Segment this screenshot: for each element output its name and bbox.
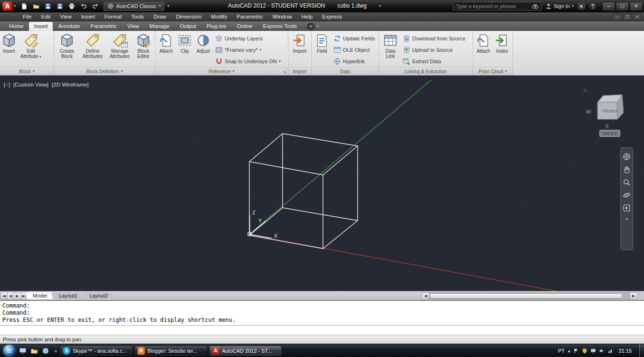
tab-manage[interactable]: Manage [144,22,175,31]
command-input-line[interactable] [0,325,644,334]
new-button[interactable] [19,1,29,11]
menu-insert[interactable]: Insert [76,12,100,21]
tab-layout1[interactable]: Layout1 [53,292,84,299]
panel-title-block-definition[interactable]: Block Definition ▾ [54,67,155,75]
panel-title-data[interactable]: Data [312,67,379,75]
taskbar-button-skype[interactable]: S Skype™ - ana.sofia.c... [60,346,133,356]
search-input[interactable] [456,3,530,9]
exchange-apps-icon[interactable] [578,2,585,10]
workspace-switcher[interactable]: AutoCAD Classic ▾ [104,2,164,11]
doc-minimize-button[interactable]: – [613,13,622,20]
model-space-canvas[interactable]: Z Y X [0,76,644,291]
index-point-cloud-button[interactable]: Index [493,32,511,67]
tab-model[interactable]: Model [27,292,53,299]
field-button[interactable]: Field [313,32,331,67]
upload-to-source-button[interactable]: Upload to Source [401,44,467,56]
panel-title-point-cloud[interactable]: Point Cloud ▾ [473,67,512,75]
menu-file[interactable]: File [18,12,37,21]
wcs-dropdown[interactable]: WCS ▾ [599,130,620,137]
taskbar-button-blogger[interactable]: B Blogger: Sessão ter... [134,346,207,356]
show-desktop-button[interactable] [639,344,644,357]
menu-window[interactable]: Window [268,12,297,21]
frames-dropdown[interactable]: *Frames vary* ▾ [213,44,283,56]
display-icon[interactable] [590,348,596,354]
redo-button[interactable] [90,1,101,11]
tab-home[interactable]: Home [4,22,29,31]
tab-annotate[interactable]: Annotate [53,22,85,31]
binoculars-search-icon[interactable] [532,3,539,10]
scrollbar-track[interactable] [429,292,630,299]
update-fields-button[interactable]: Update Fields [331,33,377,44]
undo-button[interactable] [78,1,89,11]
navbar-menu-chevron-icon[interactable]: ▾ [625,217,627,221]
showmotion-icon[interactable] [623,204,631,212]
menu-tools[interactable]: Tools [126,12,149,21]
viewcube-south-label[interactable]: S [605,123,608,129]
maximize-button[interactable]: □ [616,2,629,11]
action-center-flag-icon[interactable] [573,348,579,354]
menu-dimension[interactable]: Dimension [171,12,206,21]
tab-output[interactable]: Output [174,22,201,31]
menu-edit[interactable]: Edit [37,12,56,21]
scroll-right-button[interactable]: ▶ [630,292,637,299]
edit-attribute-button[interactable]: Edit Attribute ▾ [17,32,45,67]
drawing-viewport[interactable]: Z Y X [−] [Custom View] [2D Wireframe] ⌂… [0,76,644,291]
tab-plugins[interactable]: Plug-ins [201,22,232,31]
doc-restore-button[interactable]: □ [623,13,632,20]
define-attributes-button[interactable]: Define Attributes [79,32,106,67]
download-from-source-button[interactable]: Download from Source [401,33,467,44]
save-as-button[interactable] [55,1,65,11]
tab-layout2[interactable]: Layout2 [84,292,114,299]
panel-title-linking-extraction[interactable]: Linking & Extraction [379,67,473,75]
show-hidden-icons-chevron-icon[interactable]: ▴ [568,348,570,353]
panel-title-block[interactable]: Block ▾ [0,67,54,75]
tab-parametric[interactable]: Parametric [85,22,123,31]
panel-title-import[interactable]: Import [288,67,311,75]
horizontal-scrollbar[interactable]: ◀ ▶ [422,292,644,300]
viewport-view-control[interactable]: [Custom View] [13,82,48,87]
snap-to-underlays-dropdown[interactable]: Snap to Underlays ON ▾ [213,56,283,67]
create-block-button[interactable]: Create Block [55,32,79,67]
viewport-minimize-control[interactable]: [−] [4,82,10,87]
ole-object-button[interactable]: OLE Object [331,44,377,56]
menu-modify[interactable]: Modify [206,12,232,21]
plot-button[interactable] [66,1,77,11]
tab-express-tools[interactable]: Express Tools [258,22,302,31]
start-button[interactable]: ⊞ [3,345,15,357]
attach-point-cloud-button[interactable]: Attach [474,32,493,67]
tab-online[interactable]: Online [231,22,257,31]
toolbar-overflow-chevron-icon[interactable]: » [54,348,57,354]
pinned-browser-icon[interactable] [42,347,49,355]
application-menu-button[interactable]: A ▾ [0,1,18,11]
language-indicator[interactable]: PT [558,348,565,354]
viewcube[interactable]: ⌂ FRONT W S [585,90,631,131]
next-tab-button[interactable]: ▶ [14,292,21,299]
adjust-button[interactable]: Adjust [193,32,213,67]
panel-title-reference[interactable]: Reference ▾ ↘ [155,67,288,75]
dialog-launcher-icon[interactable]: ↘ [283,69,286,74]
volume-icon[interactable] [599,348,605,354]
viewport-visual-style-control[interactable]: [2D Wireframe] [52,82,88,87]
data-link-button[interactable]: Data Link [380,32,401,67]
taskbar-button-autocad[interactable]: A AutoCAD 2012 - ST... [209,346,282,356]
zoom-icon[interactable] [623,178,631,186]
menu-draw[interactable]: Draw [149,12,171,21]
scrollbar-thumb[interactable] [430,293,622,299]
cube-wireframe[interactable] [249,134,358,249]
tab-insert[interactable]: Insert [29,22,53,31]
orbit-icon[interactable] [623,191,631,199]
ribbon-minimize-button[interactable]: ▾ [307,23,315,30]
viewcube-front-face[interactable]: FRONT [603,109,618,114]
first-tab-button[interactable]: |◀ [0,292,8,299]
open-button[interactable] [31,1,41,11]
minimize-button[interactable]: – [602,2,615,11]
viewcube-west-label[interactable]: W [586,109,591,115]
menu-help[interactable]: Help [297,12,318,21]
taskbar-clock[interactable]: 21:15 [616,348,636,354]
save-button[interactable] [43,1,53,11]
pan-hand-icon[interactable] [623,165,631,174]
tab-view[interactable]: View [122,22,144,31]
sign-in-button[interactable]: Sign In ▾ [545,3,574,10]
network-icon[interactable] [607,348,613,354]
viewcube-home-icon[interactable]: ⌂ [583,87,587,93]
